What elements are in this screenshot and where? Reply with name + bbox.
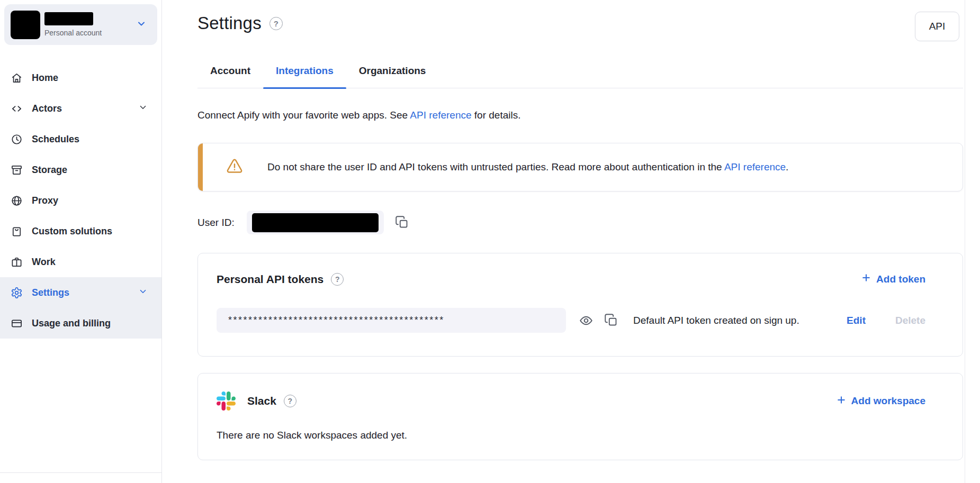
account-info: Personal account: [44, 12, 102, 37]
add-workspace-button[interactable]: Add workspace: [836, 395, 925, 408]
sidebar-item-settings[interactable]: Settings: [0, 277, 161, 308]
sidebar-item-label: Schedules: [32, 134, 79, 145]
warning-text-after: .: [786, 161, 788, 172]
slack-card-title: Slack: [247, 395, 276, 407]
clock-icon: [10, 133, 23, 145]
code-icon: [10, 102, 23, 115]
tokens-card-title: Personal API tokens: [217, 273, 323, 286]
add-workspace-label: Add workspace: [851, 395, 925, 407]
sidebar-spacer: [0, 339, 161, 472]
page-title: Settings: [197, 13, 262, 33]
sidebar-item-custom-solutions[interactable]: Custom solutions: [0, 216, 161, 247]
tab-organizations[interactable]: Organizations: [346, 65, 439, 88]
credit-card-icon: [10, 317, 23, 330]
app-root: Personal account Home Actors: [0, 0, 980, 483]
sidebar-item-label: Home: [32, 72, 58, 84]
sidebar-item-label: Actors: [32, 103, 62, 114]
personal-api-tokens-card: Personal API tokens ? Add token ********…: [197, 253, 963, 357]
intro-text: Connect Apify with your favorite web app…: [197, 110, 963, 121]
chevron-down-icon: [138, 287, 148, 299]
page-header: Settings ?: [197, 12, 963, 35]
sidebar-nav: Home Actors Schedules: [0, 62, 161, 339]
sidebar-item-home[interactable]: Home: [0, 62, 161, 93]
sidebar-item-label: Usage and billing: [32, 318, 111, 329]
add-token-label: Add token: [876, 274, 925, 285]
globe-icon: [10, 194, 23, 207]
help-icon[interactable]: ?: [269, 17, 283, 30]
avatar: [11, 11, 40, 39]
warning-accent-bar: [198, 143, 203, 191]
user-id-row: User ID:: [197, 211, 963, 234]
shopping-bag-icon: [10, 225, 23, 238]
main-content: Settings ? API Account Integrations Orga…: [162, 0, 980, 483]
edit-token-button[interactable]: Edit: [847, 315, 866, 326]
sidebar-item-schedules[interactable]: Schedules: [0, 124, 161, 154]
tab-account[interactable]: Account: [197, 65, 263, 88]
warning-text: Do not share the user ID and API tokens …: [267, 161, 788, 173]
slack-empty-text: There are no Slack workspaces added yet.: [217, 430, 925, 441]
archive-box-icon: [10, 163, 23, 176]
sidebar-item-work[interactable]: Work: [0, 247, 161, 277]
tokens-card-header: Personal API tokens ? Add token: [217, 272, 925, 286]
slack-logo-icon: [217, 391, 236, 411]
token-row: ****************************************…: [217, 308, 925, 333]
tabs-bar: Account Integrations Organizations: [197, 65, 963, 88]
token-masked-field: ****************************************…: [217, 308, 566, 333]
briefcase-icon: [10, 256, 23, 268]
api-reference-link[interactable]: API reference: [410, 110, 471, 121]
sidebar-item-label: Custom solutions: [32, 226, 112, 237]
sidebar-footer: [0, 473, 161, 483]
slack-card-header: Slack ? Add workspace: [217, 391, 925, 411]
sidebar-item-storage[interactable]: Storage: [0, 154, 161, 185]
gear-icon: [10, 286, 23, 299]
eye-icon[interactable]: [579, 313, 594, 328]
sidebar-item-label: Work: [32, 257, 56, 268]
copy-icon[interactable]: [604, 313, 618, 327]
scrollbar-track-line: [965, 0, 965, 483]
warning-triangle-icon: [226, 157, 244, 177]
tab-integrations[interactable]: Integrations: [263, 65, 346, 88]
intro-text-before: Connect Apify with your favorite web app…: [197, 110, 410, 121]
sidebar: Personal account Home Actors: [0, 0, 162, 483]
plus-icon: [861, 272, 871, 286]
user-id-label: User ID:: [197, 217, 235, 229]
copy-icon[interactable]: [395, 215, 409, 230]
sidebar-item-actors[interactable]: Actors: [0, 93, 161, 124]
slack-card: Slack ? Add workspace There are no Slack…: [197, 373, 963, 460]
sidebar-item-label: Storage: [32, 165, 67, 176]
help-icon[interactable]: ?: [284, 395, 296, 407]
warning-banner: Do not share the user ID and API tokens …: [197, 143, 963, 192]
account-name-redacted: [44, 12, 93, 25]
help-icon[interactable]: ?: [331, 273, 344, 286]
sidebar-item-usage-and-billing[interactable]: Usage and billing: [0, 308, 161, 339]
warning-text-before: Do not share the user ID and API tokens …: [267, 161, 724, 172]
sidebar-item-label: Settings: [32, 287, 69, 298]
sidebar-item-label: Proxy: [32, 195, 58, 206]
chevron-down-icon: [136, 19, 147, 31]
user-id-redacted: [252, 213, 379, 232]
api-reference-link[interactable]: API reference: [724, 161, 786, 172]
token-masked-value: ****************************************…: [228, 315, 445, 326]
intro-text-after: for details.: [472, 110, 521, 121]
chevron-down-icon: [138, 103, 148, 115]
user-id-value: [247, 211, 384, 234]
home-icon: [10, 71, 23, 84]
plus-icon: [836, 395, 847, 408]
api-button[interactable]: API: [915, 12, 959, 41]
add-token-button[interactable]: Add token: [861, 272, 925, 286]
token-description: Default API token created on sign up.: [633, 315, 847, 326]
account-type-label: Personal account: [44, 29, 102, 37]
sidebar-item-proxy[interactable]: Proxy: [0, 185, 161, 216]
account-switcher[interactable]: Personal account: [4, 4, 157, 45]
delete-token-button: Delete: [895, 315, 925, 326]
